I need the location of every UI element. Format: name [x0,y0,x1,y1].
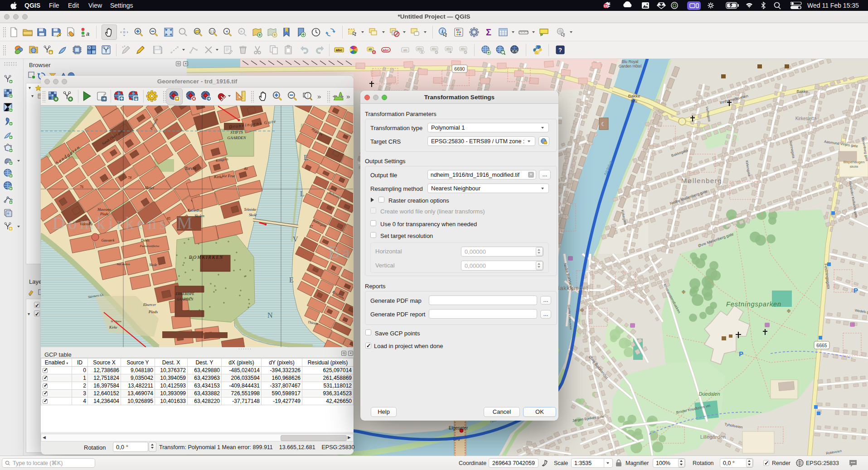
svg-text:Festningsparken: Festningsparken [726,300,781,308]
svg-text:1:1: 1:1 [210,30,214,33]
svg-text:ab: ab [403,48,407,52]
svg-text:Kirke: Kirke [213,174,223,179]
svg-text:Kathedral: Kathedral [187,208,203,213]
svg-text:DOMKIRKEN: DOMKIRKEN [189,255,223,260]
svg-text:P: P [853,286,858,294]
svg-text:Skole: Skole [249,213,257,217]
svg-text:bru: bru [631,98,637,103]
svg-text:Vor Frue: Vor Frue [222,174,235,178]
svg-text:Torvet: Torvet [184,166,196,171]
svg-text:Garden Hôtel: Garden Hôtel [619,64,642,68]
svg-text:GAARDEN: GAARDEN [177,297,194,301]
svg-text:Bispehaugen: Bispehaugen [844,160,865,164]
svg-text:ab: ab [369,48,372,51]
svg-text:15: 15 [604,5,607,8]
svg-text:Bakke: Bakke [796,89,808,94]
svg-text:40: 40 [244,167,247,171]
svg-text:❉: ❉ [786,308,790,314]
svg-text:STIFTS: STIFTS [230,130,243,135]
svg-text:V: V [293,235,298,243]
svg-text:17: 17 [309,225,313,229]
svg-text:Ba: Ba [328,242,353,262]
svg-text:a: a [86,30,89,37]
svg-text:Eksercer: Eksercer [143,303,156,307]
svg-text:E: E [289,276,294,284]
svg-text:Lillegården: Lillegården [700,434,726,440]
svg-text:Videnska: Videnska [80,222,93,226]
svg-text:Hotel: Hotel [145,185,154,190]
svg-text:abc: abc [461,47,466,50]
svg-text:Bakke: Bakke [628,93,640,98]
svg-text:abc: abc [383,48,389,52]
svg-text:Tekniske: Tekniske [244,208,257,212]
svg-text:Σ: Σ [486,27,491,37]
svg-text:❉: ❉ [681,289,685,295]
svg-text:85: 85 [167,217,170,221]
svg-text:Dahls: Dahls [140,238,149,242]
svg-text:abc: abc [432,47,437,50]
svg-text:Møllenberg: Møllenberg [681,177,722,184]
svg-text:☾: ☾ [601,121,606,127]
svg-text:GAARDEN: GAARDEN [228,136,247,140]
svg-text:Plads: Plads [148,310,158,314]
svg-text:Blu Royal: Blu Royal [622,59,638,64]
svg-text:Kirke: Kirke [109,325,117,329]
svg-text:skole: skole [850,165,858,169]
svg-text:Gasværk: Gasværk [102,238,115,242]
svg-text:78: 78 [128,176,131,180]
svg-text:?: ? [558,47,562,53]
svg-text:6690: 6690 [454,66,465,72]
svg-text:ERKEBISPE: ERKEBISPE [175,292,194,296]
svg-text:abc: abc [336,48,342,52]
svg-text:76: 76 [80,185,83,189]
svg-text:N: N [267,311,273,319]
svg-text:Nat.skolen: Nat.skolen [116,262,130,266]
svg-text:Plads: Plads [100,212,108,216]
svg-text:E: E [304,154,308,161]
svg-text:abc: abc [446,47,451,50]
svg-text:Fødselsstiftelse: Fødselsstiftelse [139,244,159,248]
svg-text:❉: ❉ [580,307,584,313]
svg-text:Elgeseter: Elgeseter [449,426,468,431]
svg-text:6665: 6665 [816,343,827,348]
svg-text:Museums: Museums [97,208,111,212]
svg-text:L: L [300,190,305,198]
svg-text:Skolen: Skolen [194,214,204,218]
svg-text:Duedalen: Duedalen [698,391,720,397]
svg-text:abc: abc [417,47,422,50]
svg-text:Skole: Skole [149,263,157,267]
svg-text:Kirkesletta: Kirkesletta [795,116,817,121]
svg-text:Domkirkens M: Domkirkens M [53,213,195,233]
svg-text:P: P [739,350,743,358]
